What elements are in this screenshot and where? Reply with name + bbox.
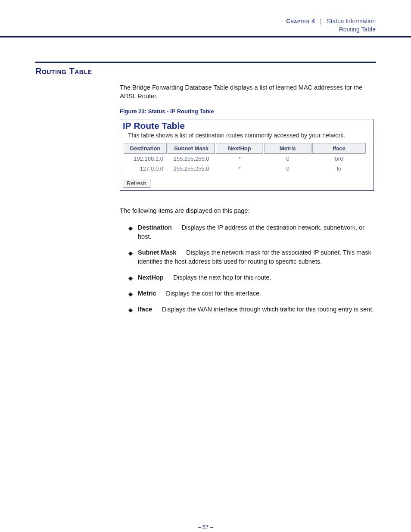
panel-title: IP Route Table: [120, 119, 374, 132]
diamond-icon: ◆: [128, 224, 133, 233]
chapter-label: Chapter 4: [286, 18, 315, 25]
cell-destination: 192.168.1.0: [124, 154, 167, 164]
page-number: – 57 –: [0, 524, 411, 530]
content-area: Routing Table The Bridge Forwarding Data…: [35, 62, 376, 314]
def-desc: Displays the IP address of the destinati…: [138, 224, 364, 240]
diamond-icon: ◆: [128, 306, 133, 314]
page-header: Chapter 4 | Status Information Routing T…: [0, 17, 411, 37]
definitions-list: ◆ Destination — Displays the IP address …: [128, 223, 376, 314]
diamond-icon: ◆: [128, 290, 133, 299]
def-term: Iface: [138, 306, 152, 313]
cell-mask: 255.255.255.0: [168, 154, 215, 164]
diamond-icon: ◆: [128, 249, 133, 258]
diamond-icon: ◆: [128, 274, 133, 283]
breadcrumb: Status Information: [327, 18, 376, 25]
page: Chapter 4 | Status Information Routing T…: [0, 17, 411, 532]
def-term: Metric: [138, 290, 156, 297]
table-row: 127.0.0.0 255.255.255.0 * 0 lo: [124, 164, 366, 174]
list-item: ◆ Metric — Displays the cost for this in…: [128, 289, 376, 298]
def-term: Subnet Mask: [138, 249, 176, 256]
table-row: 192.168.1.0 255.255.255.0 * 0 br0: [124, 154, 366, 164]
route-table: Destination Subnet Mask NextHop Metric I…: [123, 143, 367, 174]
list-item: ◆ Subnet Mask — Displays the network mas…: [128, 248, 376, 266]
def-term: Destination: [138, 224, 172, 231]
cell-iface: br0: [312, 154, 366, 164]
cell-destination: 127.0.0.0: [124, 164, 167, 174]
cell-mask: 255.255.255.0: [168, 164, 215, 174]
col-destination: Destination: [124, 143, 167, 154]
col-nexthop: NextHop: [216, 143, 263, 154]
section-intro: The Bridge Forwarding Database Table dis…: [120, 83, 376, 101]
def-desc: Displays the cost for this interface.: [166, 290, 261, 297]
refresh-button[interactable]: Refresh: [123, 179, 150, 188]
col-metric: Metric: [264, 143, 311, 154]
cell-metric: 0: [264, 164, 311, 174]
section-divider: [35, 62, 376, 63]
table-header-row: Destination Subnet Mask NextHop Metric I…: [124, 143, 366, 154]
def-desc: Displays the next hop for this route.: [173, 274, 271, 281]
list-item: ◆ Iface — Displays the WAN interface thr…: [128, 305, 376, 314]
def-term: NextHop: [138, 274, 164, 281]
panel-subtitle: This table shows a list of destination r…: [120, 132, 374, 142]
header-separator: |: [320, 18, 322, 25]
ip-route-panel: IP Route Table This table shows a list o…: [120, 119, 374, 191]
items-intro: The following items are displayed on thi…: [120, 206, 376, 215]
figure-caption: Figure 23: Status - IP Routing Table: [120, 108, 376, 115]
header-subheading: Routing Table: [0, 25, 376, 34]
list-item: ◆ NextHop — Displays the next hop for th…: [128, 273, 376, 282]
col-subnet-mask: Subnet Mask: [168, 143, 215, 154]
def-desc: Displays the WAN interface through which…: [162, 306, 374, 313]
cell-nexthop: *: [216, 154, 263, 164]
cell-metric: 0: [264, 154, 311, 164]
cell-nexthop: *: [216, 164, 263, 174]
col-iface: Iface: [312, 143, 366, 154]
section-title: Routing Table: [35, 66, 376, 76]
list-item: ◆ Destination — Displays the IP address …: [128, 223, 376, 241]
cell-iface: lo: [312, 164, 366, 174]
